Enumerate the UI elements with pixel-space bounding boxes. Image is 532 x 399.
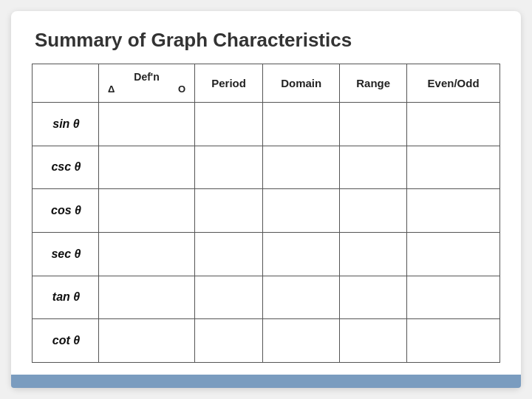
col-header-domain: Domain	[263, 64, 340, 103]
table-row: cos θ	[33, 189, 500, 233]
defn-subtitle: Δ O	[105, 83, 188, 96]
row-domain-cot	[263, 319, 340, 363]
row-range-sin	[340, 103, 407, 146]
defn-o: O	[178, 83, 185, 96]
row-label-csc: csc θ	[33, 146, 99, 189]
table-row: sec θ	[33, 232, 500, 276]
row-even-odd-cot	[407, 319, 500, 363]
row-label-cot: cot θ	[33, 319, 99, 363]
row-defn-cot	[99, 319, 195, 363]
row-period-csc	[195, 146, 263, 189]
row-even-odd-sin	[407, 103, 500, 146]
table-row: csc θ	[33, 146, 500, 189]
row-period-sec	[195, 232, 263, 276]
row-range-cos	[340, 189, 407, 233]
row-defn-cos	[99, 189, 195, 233]
row-defn-csc	[99, 146, 195, 189]
row-range-tan	[340, 276, 407, 319]
row-period-cos	[195, 189, 263, 233]
col-header-defn: Def'n Δ O	[99, 64, 195, 103]
row-even-odd-csc	[407, 146, 500, 189]
row-even-odd-cos	[407, 189, 500, 233]
row-label-sin: sin θ	[33, 103, 99, 146]
col-header-range: Range	[340, 64, 407, 103]
table-row: cot θ	[33, 319, 500, 363]
row-even-odd-tan	[407, 276, 500, 319]
slide-container: Summary of Graph Characteristics Def'n Δ…	[11, 11, 521, 388]
row-domain-sec	[263, 232, 340, 276]
characteristics-table: Def'n Δ O Period Domain Range Even/Odd s…	[32, 64, 500, 363]
row-defn-sin	[99, 103, 195, 146]
row-domain-cos	[263, 189, 340, 233]
page-title: Summary of Graph Characteristics	[32, 29, 500, 52]
bottom-bar	[11, 375, 521, 388]
row-defn-tan	[99, 276, 195, 319]
col-header-even-odd: Even/Odd	[407, 64, 500, 103]
row-period-cot	[195, 319, 263, 363]
table-row: sin θ	[33, 103, 500, 146]
table-row: tan θ	[33, 276, 500, 319]
row-range-cot	[340, 319, 407, 363]
col-header-label	[33, 64, 99, 103]
defn-delta: Δ	[108, 83, 115, 96]
row-domain-tan	[263, 276, 340, 319]
row-label-cos: cos θ	[33, 189, 99, 233]
row-defn-sec	[99, 232, 195, 276]
row-domain-csc	[263, 146, 340, 189]
row-range-sec	[340, 232, 407, 276]
row-even-odd-sec	[407, 232, 500, 276]
row-domain-sin	[263, 103, 340, 146]
row-period-tan	[195, 276, 263, 319]
defn-title: Def'n	[105, 70, 188, 83]
col-header-period: Period	[195, 64, 263, 103]
row-range-csc	[340, 146, 407, 189]
row-period-sin	[195, 103, 263, 146]
row-label-sec: sec θ	[33, 232, 99, 276]
row-label-tan: tan θ	[33, 276, 99, 319]
